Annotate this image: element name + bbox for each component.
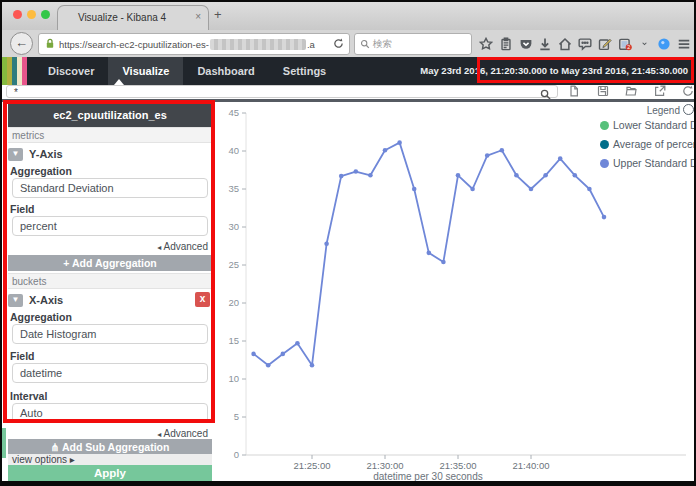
add-aggregation-button[interactable]: + Add Aggregation xyxy=(8,255,212,271)
interval-select[interactable]: Auto xyxy=(12,403,208,423)
search-icon xyxy=(360,35,370,53)
browser-tab[interactable]: Visualize - Kibana 4 × xyxy=(57,5,209,31)
advanced-toggle[interactable]: ◂ Advanced xyxy=(8,241,208,252)
svg-text:0: 0 xyxy=(234,449,239,460)
view-options-toggle[interactable]: view options ▸ xyxy=(8,454,212,465)
kibana-toolbar xyxy=(568,85,694,99)
field-label: Field xyxy=(10,350,210,362)
interval-label: Interval xyxy=(10,390,210,402)
legend-item[interactable]: Lower Standard Devia xyxy=(600,118,694,132)
nav-item-discover[interactable]: Discover xyxy=(34,57,108,85)
legend-item[interactable]: Upper Standard Devia xyxy=(600,156,694,170)
reading-list-icon[interactable] xyxy=(498,36,514,52)
fork-icon: ⋔ xyxy=(51,441,62,453)
index-pattern-title: ec2_cpuutilization_es xyxy=(8,104,212,127)
legend-item[interactable]: Average of percent xyxy=(600,137,694,151)
collapse-icon[interactable]: ▼ xyxy=(8,294,23,307)
x-axis-row: ▼ X-Axis x xyxy=(8,292,212,308)
svg-text:20: 20 xyxy=(228,297,239,308)
x-axis-title: X-Axis xyxy=(29,294,63,306)
browser-address-bar: ← https://search-ec2-cpuutilization-es- … xyxy=(2,30,694,58)
pocket-icon[interactable] xyxy=(518,36,534,52)
legend-label: Upper Standard Devia xyxy=(613,157,694,169)
collapse-icon[interactable]: ▼ xyxy=(8,148,23,161)
svg-text:40: 40 xyxy=(228,145,239,156)
download-icon[interactable] xyxy=(537,36,553,52)
legend-label: Lower Standard Devia xyxy=(613,119,694,131)
legend-dot-icon xyxy=(600,140,609,149)
sidebar-edge-strip xyxy=(2,428,6,458)
svg-text:10: 10 xyxy=(228,373,239,384)
screenshot-badge-icon[interactable]: 2 xyxy=(617,36,633,52)
dropdown-caret-icon[interactable] xyxy=(636,36,652,52)
aggregation-label: Aggregation xyxy=(10,165,210,177)
kibana-navbar: DiscoverVisualizeDashboardSettings May 2… xyxy=(2,57,694,85)
browser-search-field[interactable]: 検索 xyxy=(354,33,472,55)
help-icon[interactable] xyxy=(656,36,672,52)
y-axis-title: Y-Axis xyxy=(29,148,63,160)
x-field-select[interactable]: datetime xyxy=(12,363,208,383)
advanced-caret-icon: ◂ xyxy=(157,243,161,252)
minimize-window-button[interactable] xyxy=(27,10,36,19)
lock-icon xyxy=(45,35,55,53)
x-aggregation-select[interactable]: Date Histogram xyxy=(12,324,208,344)
svg-text:21:25:00: 21:25:00 xyxy=(294,460,331,471)
svg-text:datetime per 30 seconds: datetime per 30 seconds xyxy=(373,471,483,481)
browser-window: Visualize - Kibana 4 × + ← https://searc… xyxy=(2,2,694,481)
query-input[interactable]: * xyxy=(6,85,558,98)
visualization-chart: 05101520253035404521:25:0021:30:0021:35:… xyxy=(216,102,694,481)
bookmark-star-icon[interactable] xyxy=(478,36,494,52)
apply-button[interactable]: Apply xyxy=(8,465,212,481)
time-range-picker[interactable]: May 23rd 2016, 21:20:30.000 to May 23rd … xyxy=(420,57,688,85)
browser-toolbar: 2 xyxy=(476,32,694,55)
svg-text:45: 45 xyxy=(228,107,239,118)
kibana-nav-items: DiscoverVisualizeDashboardSettings xyxy=(34,57,340,85)
redacted-url-segment xyxy=(210,39,306,50)
svg-text:21:30:00: 21:30:00 xyxy=(367,460,404,471)
field-label: Field xyxy=(10,203,210,215)
svg-text:5: 5 xyxy=(234,411,239,422)
tab-title: Visualize - Kibana 4 xyxy=(58,12,186,23)
browser-tab-bar: Visualize - Kibana 4 × + xyxy=(2,2,694,31)
svg-text:21:35:00: 21:35:00 xyxy=(440,460,477,471)
advanced-toggle[interactable]: ◂ Advanced xyxy=(8,428,208,439)
home-icon[interactable] xyxy=(557,36,573,52)
legend-dot-icon xyxy=(600,159,609,168)
svg-text:15: 15 xyxy=(228,335,239,346)
legend-label: Average of percent xyxy=(613,138,694,150)
legend-header[interactable]: Legend xyxy=(600,104,694,116)
legend-toggle-icon[interactable] xyxy=(683,104,694,115)
menu-icon[interactable] xyxy=(676,36,692,52)
url-text: https://search-ec2-cpuutilization-es- xyxy=(59,39,209,50)
nav-item-dashboard[interactable]: Dashboard xyxy=(183,57,268,85)
add-sub-aggregation-button[interactable]: ⋔ Add Sub Aggregation xyxy=(8,439,212,455)
zoom-window-button[interactable] xyxy=(41,10,50,19)
compose-icon[interactable] xyxy=(597,36,613,52)
y-aggregation-select[interactable]: Standard Deviation xyxy=(12,178,208,198)
close-window-button[interactable] xyxy=(13,10,22,19)
query-bar: * xyxy=(2,85,694,99)
delete-bucket-button[interactable]: x xyxy=(195,292,210,307)
advanced-caret-icon: ◂ xyxy=(157,430,161,439)
reload-icon[interactable] xyxy=(333,35,344,53)
aggregation-label: Aggregation xyxy=(10,311,210,323)
svg-text:2: 2 xyxy=(627,44,630,50)
metrics-section-label: metrics xyxy=(8,127,212,143)
back-button[interactable]: ← xyxy=(10,32,33,55)
kibana-logo-icon xyxy=(2,57,27,85)
url-suffix: .a xyxy=(307,39,315,50)
y-field-select[interactable]: percent xyxy=(12,216,208,236)
svg-text:25: 25 xyxy=(228,259,239,270)
buckets-section-label: buckets xyxy=(8,273,212,289)
url-field[interactable]: https://search-ec2-cpuutilization-es- .a xyxy=(38,33,350,55)
messenger-icon[interactable] xyxy=(577,36,593,52)
legend-dot-icon xyxy=(600,121,609,130)
svg-text:30: 30 xyxy=(228,221,239,232)
nav-item-settings[interactable]: Settings xyxy=(269,57,340,85)
search-placeholder: 検索 xyxy=(373,38,392,51)
svg-text:21:40:00: 21:40:00 xyxy=(513,460,550,471)
new-tab-button[interactable]: + xyxy=(214,7,222,22)
svg-text:35: 35 xyxy=(228,183,239,194)
y-axis-row: ▼ Y-Axis xyxy=(8,146,212,162)
close-tab-icon[interactable]: × xyxy=(195,11,201,23)
